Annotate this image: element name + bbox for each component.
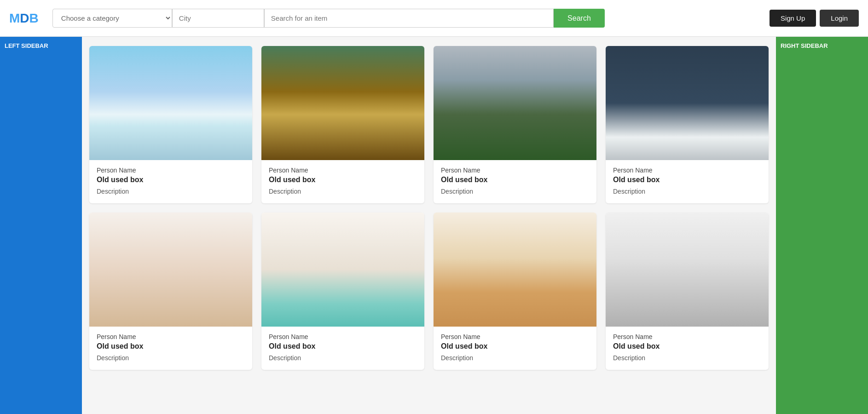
header: MDB Choose a category Search Sign Up Log… <box>0 0 868 37</box>
card-body: Person Name Old used box Description <box>606 327 769 370</box>
card-body: Person Name Old used box Description <box>89 160 252 203</box>
card-image-5 <box>261 213 424 327</box>
card-body: Person Name Old used box Description <box>89 327 252 370</box>
card-title: Old used box <box>441 176 589 184</box>
card-body: Person Name Old used box Description <box>606 160 769 203</box>
card-description: Description <box>269 354 417 362</box>
left-sidebar: LEFT SIDEBAR <box>0 37 82 414</box>
city-input[interactable] <box>172 9 264 28</box>
logo-d: D <box>20 11 29 25</box>
card-item[interactable]: Person Name Old used box Description <box>434 46 596 203</box>
cards-grid: Person Name Old used box Description Per… <box>89 46 769 370</box>
page-body: LEFT SIDEBAR Person Name Old used box De… <box>0 37 868 414</box>
card-title: Old used box <box>97 342 245 351</box>
card-image-0 <box>89 46 252 160</box>
card-item[interactable]: Person Name Old used box Description <box>89 213 252 370</box>
card-description: Description <box>97 354 245 362</box>
card-description: Description <box>613 354 761 362</box>
card-person-name: Person Name <box>97 333 245 340</box>
card-item[interactable]: Person Name Old used box Description <box>261 46 424 203</box>
logo-b: B <box>29 11 39 25</box>
card-item[interactable]: Person Name Old used box Description <box>89 46 252 203</box>
card-image-3 <box>606 46 769 160</box>
item-search-input[interactable] <box>264 9 554 28</box>
right-sidebar: RIGHT SIDEBAR <box>776 37 868 414</box>
card-image-7 <box>606 213 769 327</box>
left-sidebar-label: LEFT SIDEBAR <box>5 42 48 49</box>
login-button[interactable]: Login <box>820 10 859 27</box>
card-image-4 <box>89 213 252 327</box>
search-button[interactable]: Search <box>554 9 605 28</box>
card-person-name: Person Name <box>441 167 589 174</box>
category-select[interactable]: Choose a category <box>52 9 172 28</box>
card-person-name: Person Name <box>441 333 589 340</box>
card-person-name: Person Name <box>97 167 245 174</box>
card-title: Old used box <box>613 176 761 184</box>
header-buttons: Sign Up Login <box>770 10 859 27</box>
card-person-name: Person Name <box>269 333 417 340</box>
main-content: Person Name Old used box Description Per… <box>82 37 776 414</box>
card-image-1 <box>261 46 424 160</box>
card-item[interactable]: Person Name Old used box Description <box>606 46 769 203</box>
card-title: Old used box <box>613 342 761 351</box>
card-body: Person Name Old used box Description <box>434 160 596 203</box>
card-description: Description <box>441 354 589 362</box>
search-bar: Choose a category Search <box>52 9 605 28</box>
card-body: Person Name Old used box Description <box>261 327 424 370</box>
card-person-name: Person Name <box>613 167 761 174</box>
card-item[interactable]: Person Name Old used box Description <box>261 213 424 370</box>
card-description: Description <box>269 188 417 195</box>
card-title: Old used box <box>97 176 245 184</box>
card-body: Person Name Old used box Description <box>434 327 596 370</box>
card-item[interactable]: Person Name Old used box Description <box>434 213 596 370</box>
signup-button[interactable]: Sign Up <box>770 10 816 27</box>
card-image-2 <box>434 46 596 160</box>
right-sidebar-label: RIGHT SIDEBAR <box>781 42 828 49</box>
card-person-name: Person Name <box>269 167 417 174</box>
card-title: Old used box <box>441 342 589 351</box>
card-title: Old used box <box>269 342 417 351</box>
card-description: Description <box>613 188 761 195</box>
card-body: Person Name Old used box Description <box>261 160 424 203</box>
card-description: Description <box>97 188 245 195</box>
logo-m: M <box>9 11 20 25</box>
card-person-name: Person Name <box>613 333 761 340</box>
card-item[interactable]: Person Name Old used box Description <box>606 213 769 370</box>
card-image-6 <box>434 213 596 327</box>
card-description: Description <box>441 188 589 195</box>
card-title: Old used box <box>269 176 417 184</box>
logo: MDB <box>9 11 39 26</box>
